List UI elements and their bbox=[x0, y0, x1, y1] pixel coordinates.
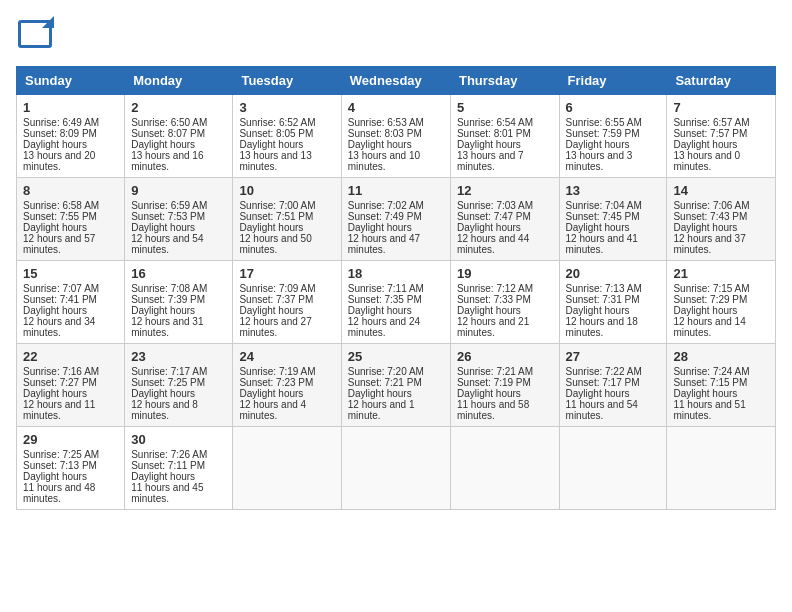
day-number: 29 bbox=[23, 432, 118, 447]
sunrise-text: Sunrise: 6:52 AM bbox=[239, 117, 315, 128]
calendar-cell bbox=[450, 427, 559, 510]
calendar-cell: 22 Sunrise: 7:16 AM Sunset: 7:27 PM Dayl… bbox=[17, 344, 125, 427]
calendar-cell: 6 Sunrise: 6:55 AM Sunset: 7:59 PM Dayli… bbox=[559, 95, 667, 178]
daylight-value: 13 hours and 16 minutes. bbox=[131, 150, 203, 172]
calendar-cell: 21 Sunrise: 7:15 AM Sunset: 7:29 PM Dayl… bbox=[667, 261, 776, 344]
daylight-label: Daylight hours bbox=[566, 222, 630, 233]
day-number: 6 bbox=[566, 100, 661, 115]
sunrise-text: Sunrise: 6:55 AM bbox=[566, 117, 642, 128]
sunset-text: Sunset: 7:37 PM bbox=[239, 294, 313, 305]
daylight-label: Daylight hours bbox=[457, 222, 521, 233]
sunrise-text: Sunrise: 7:25 AM bbox=[23, 449, 99, 460]
sunrise-text: Sunrise: 7:16 AM bbox=[23, 366, 99, 377]
col-header-friday: Friday bbox=[559, 67, 667, 95]
calendar-cell: 10 Sunrise: 7:00 AM Sunset: 7:51 PM Dayl… bbox=[233, 178, 341, 261]
col-header-wednesday: Wednesday bbox=[341, 67, 450, 95]
sunset-text: Sunset: 7:41 PM bbox=[23, 294, 97, 305]
day-number: 28 bbox=[673, 349, 769, 364]
day-number: 2 bbox=[131, 100, 226, 115]
day-number: 21 bbox=[673, 266, 769, 281]
sunrise-text: Sunrise: 7:07 AM bbox=[23, 283, 99, 294]
daylight-value: 12 hours and 1 minute. bbox=[348, 399, 415, 421]
daylight-value: 12 hours and 21 minutes. bbox=[457, 316, 529, 338]
sunrise-text: Sunrise: 7:21 AM bbox=[457, 366, 533, 377]
sunset-text: Sunset: 7:55 PM bbox=[23, 211, 97, 222]
sunset-text: Sunset: 7:13 PM bbox=[23, 460, 97, 471]
sunrise-text: Sunrise: 6:53 AM bbox=[348, 117, 424, 128]
daylight-value: 12 hours and 24 minutes. bbox=[348, 316, 420, 338]
sunset-text: Sunset: 7:57 PM bbox=[673, 128, 747, 139]
day-number: 23 bbox=[131, 349, 226, 364]
daylight-value: 12 hours and 11 minutes. bbox=[23, 399, 95, 421]
calendar-cell: 25 Sunrise: 7:20 AM Sunset: 7:21 PM Dayl… bbox=[341, 344, 450, 427]
col-header-saturday: Saturday bbox=[667, 67, 776, 95]
day-number: 22 bbox=[23, 349, 118, 364]
daylight-value: 11 hours and 54 minutes. bbox=[566, 399, 638, 421]
daylight-label: Daylight hours bbox=[131, 388, 195, 399]
daylight-label: Daylight hours bbox=[348, 305, 412, 316]
daylight-label: Daylight hours bbox=[239, 388, 303, 399]
daylight-value: 12 hours and 44 minutes. bbox=[457, 233, 529, 255]
daylight-label: Daylight hours bbox=[673, 139, 737, 150]
day-number: 11 bbox=[348, 183, 444, 198]
daylight-value: 12 hours and 27 minutes. bbox=[239, 316, 311, 338]
sunrise-text: Sunrise: 6:49 AM bbox=[23, 117, 99, 128]
day-number: 4 bbox=[348, 100, 444, 115]
daylight-label: Daylight hours bbox=[23, 305, 87, 316]
sunrise-text: Sunrise: 7:26 AM bbox=[131, 449, 207, 460]
sunrise-text: Sunrise: 7:08 AM bbox=[131, 283, 207, 294]
sunrise-text: Sunrise: 7:15 AM bbox=[673, 283, 749, 294]
calendar-cell bbox=[667, 427, 776, 510]
sunset-text: Sunset: 8:07 PM bbox=[131, 128, 205, 139]
sunrise-text: Sunrise: 7:04 AM bbox=[566, 200, 642, 211]
daylight-label: Daylight hours bbox=[239, 222, 303, 233]
day-number: 9 bbox=[131, 183, 226, 198]
daylight-label: Daylight hours bbox=[239, 139, 303, 150]
day-number: 5 bbox=[457, 100, 553, 115]
daylight-label: Daylight hours bbox=[348, 139, 412, 150]
sunset-text: Sunset: 8:09 PM bbox=[23, 128, 97, 139]
daylight-label: Daylight hours bbox=[239, 305, 303, 316]
sunrise-text: Sunrise: 7:20 AM bbox=[348, 366, 424, 377]
calendar-cell: 14 Sunrise: 7:06 AM Sunset: 7:43 PM Dayl… bbox=[667, 178, 776, 261]
calendar-cell: 2 Sunrise: 6:50 AM Sunset: 8:07 PM Dayli… bbox=[125, 95, 233, 178]
calendar-cell: 16 Sunrise: 7:08 AM Sunset: 7:39 PM Dayl… bbox=[125, 261, 233, 344]
daylight-value: 13 hours and 10 minutes. bbox=[348, 150, 420, 172]
daylight-label: Daylight hours bbox=[457, 139, 521, 150]
calendar-cell: 15 Sunrise: 7:07 AM Sunset: 7:41 PM Dayl… bbox=[17, 261, 125, 344]
daylight-label: Daylight hours bbox=[348, 222, 412, 233]
calendar-cell: 23 Sunrise: 7:17 AM Sunset: 7:25 PM Dayl… bbox=[125, 344, 233, 427]
sunset-text: Sunset: 7:27 PM bbox=[23, 377, 97, 388]
daylight-value: 13 hours and 0 minutes. bbox=[673, 150, 740, 172]
calendar-cell: 19 Sunrise: 7:12 AM Sunset: 7:33 PM Dayl… bbox=[450, 261, 559, 344]
daylight-value: 11 hours and 51 minutes. bbox=[673, 399, 745, 421]
sunrise-text: Sunrise: 7:11 AM bbox=[348, 283, 424, 294]
daylight-label: Daylight hours bbox=[457, 305, 521, 316]
calendar-cell bbox=[233, 427, 341, 510]
sunset-text: Sunset: 7:25 PM bbox=[131, 377, 205, 388]
calendar-cell: 26 Sunrise: 7:21 AM Sunset: 7:19 PM Dayl… bbox=[450, 344, 559, 427]
col-header-tuesday: Tuesday bbox=[233, 67, 341, 95]
day-number: 15 bbox=[23, 266, 118, 281]
day-number: 19 bbox=[457, 266, 553, 281]
sunset-text: Sunset: 7:51 PM bbox=[239, 211, 313, 222]
day-number: 26 bbox=[457, 349, 553, 364]
sunset-text: Sunset: 8:05 PM bbox=[239, 128, 313, 139]
daylight-label: Daylight hours bbox=[23, 139, 87, 150]
daylight-value: 13 hours and 3 minutes. bbox=[566, 150, 633, 172]
calendar-cell: 11 Sunrise: 7:02 AM Sunset: 7:49 PM Dayl… bbox=[341, 178, 450, 261]
sunset-text: Sunset: 7:49 PM bbox=[348, 211, 422, 222]
sunrise-text: Sunrise: 6:59 AM bbox=[131, 200, 207, 211]
calendar-cell: 18 Sunrise: 7:11 AM Sunset: 7:35 PM Dayl… bbox=[341, 261, 450, 344]
calendar-cell: 8 Sunrise: 6:58 AM Sunset: 7:55 PM Dayli… bbox=[17, 178, 125, 261]
calendar-cell: 13 Sunrise: 7:04 AM Sunset: 7:45 PM Dayl… bbox=[559, 178, 667, 261]
day-number: 13 bbox=[566, 183, 661, 198]
logo bbox=[16, 16, 58, 54]
daylight-value: 12 hours and 54 minutes. bbox=[131, 233, 203, 255]
daylight-label: Daylight hours bbox=[566, 388, 630, 399]
calendar-cell: 1 Sunrise: 6:49 AM Sunset: 8:09 PM Dayli… bbox=[17, 95, 125, 178]
sunrise-text: Sunrise: 7:13 AM bbox=[566, 283, 642, 294]
calendar-cell: 27 Sunrise: 7:22 AM Sunset: 7:17 PM Dayl… bbox=[559, 344, 667, 427]
daylight-label: Daylight hours bbox=[131, 222, 195, 233]
calendar-cell: 4 Sunrise: 6:53 AM Sunset: 8:03 PM Dayli… bbox=[341, 95, 450, 178]
